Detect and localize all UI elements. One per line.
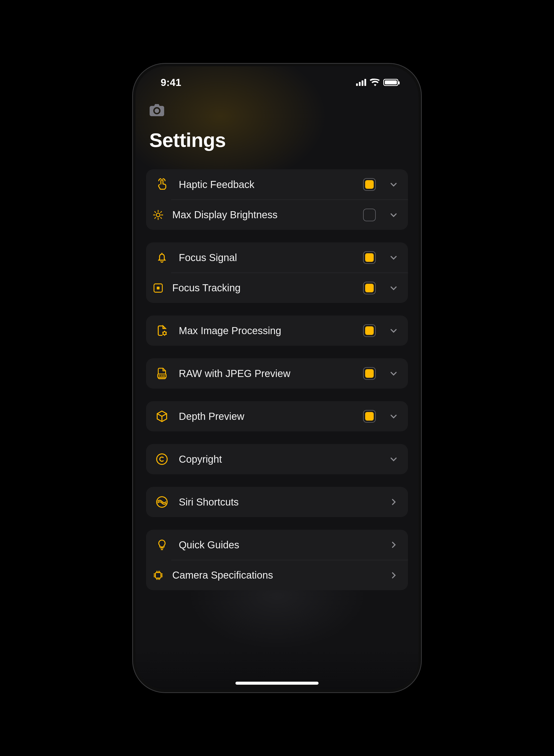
row-max-brightness[interactable]: Max Display Brightness [171,200,408,230]
row-raw-jpeg[interactable]: RAW RAW with JPEG Preview [146,358,408,389]
group-raw: RAW RAW with JPEG Preview [146,358,408,389]
page-title: Settings [149,129,405,152]
bell-icon [153,251,171,264]
chevron-down-icon[interactable] [388,179,399,190]
row-focus-signal[interactable]: Focus Signal [146,242,408,273]
row-label: Max Image Processing [179,325,355,337]
cpu-icon [146,569,165,582]
row-label: Siri Shortcuts [179,496,376,508]
chevron-right-icon[interactable] [388,569,399,581]
raw-file-icon: RAW [153,367,171,380]
chevron-down-icon[interactable] [388,325,399,337]
app-header: Settings [135,94,419,159]
bulb-icon [153,539,171,551]
battery-icon [383,79,398,86]
row-label: Quick Guides [179,539,376,551]
row-siri-shortcuts[interactable]: Siri Shortcuts [146,487,408,517]
chevron-right-icon[interactable] [388,539,399,551]
screen: 9:41 Settings [135,66,419,690]
siri-icon [153,496,171,508]
cellular-icon [356,79,366,86]
status-time: 9:41 [161,77,181,88]
row-haptic-feedback[interactable]: Haptic Feedback [146,169,408,200]
status-bar: 9:41 [135,66,419,94]
cube-icon [153,410,171,422]
home-indicator[interactable] [235,682,319,685]
row-label: Depth Preview [179,411,355,422]
row-copyright[interactable]: Copyright [146,444,408,474]
status-icons [356,79,398,86]
row-quick-guides[interactable]: Quick Guides [146,530,408,560]
sun-icon [146,209,165,221]
row-label: Camera Specifications [172,569,376,581]
group-copyright: Copyright [146,444,408,474]
svg-point-6 [157,454,167,464]
row-focus-tracking[interactable]: Focus Tracking [171,273,408,303]
group-focus: Focus Signal Focus Tra [146,242,408,303]
chevron-down-icon[interactable] [388,209,399,221]
checkbox[interactable] [363,367,376,380]
checkbox[interactable] [363,324,376,337]
chevron-down-icon[interactable] [388,453,399,465]
checkbox[interactable] [363,178,376,191]
camera-icon[interactable] [149,104,164,116]
group-info: Quick Guides Camera Specifications [146,530,408,590]
checkbox[interactable] [363,209,376,221]
row-camera-specs[interactable]: Camera Specifications [171,560,408,590]
row-label: Haptic Feedback [179,179,355,190]
svg-text:RAW: RAW [159,374,165,377]
checkbox[interactable] [363,282,376,294]
svg-rect-2 [157,287,160,289]
phone-frame: 9:41 Settings [132,63,422,693]
touch-icon [153,178,171,191]
group-siri: Siri Shortcuts [146,487,408,517]
row-label: Max Display Brightness [172,209,355,220]
svg-rect-8 [155,572,161,578]
row-label: Focus Tracking [172,282,355,294]
chevron-down-icon[interactable] [388,368,399,379]
checkbox[interactable] [363,410,376,422]
row-depth-preview[interactable]: Depth Preview [146,401,408,432]
row-label: Copyright [179,454,376,465]
group-general: Haptic Feedback Max Di [146,169,408,230]
copyright-icon [153,453,171,465]
settings-list: Haptic Feedback Max Di [135,169,419,590]
file-gear-icon [153,324,171,337]
chevron-down-icon[interactable] [388,252,399,263]
row-label: RAW with JPEG Preview [179,368,355,379]
row-label: Focus Signal [179,252,355,263]
chevron-down-icon[interactable] [388,410,399,422]
stage: 9:41 Settings [0,0,554,756]
wifi-icon [370,79,380,86]
target-square-icon [146,282,165,294]
checkbox[interactable] [363,251,376,264]
chevron-down-icon[interactable] [388,282,399,294]
group-depth: Depth Preview [146,401,408,432]
group-processing: Max Image Processing [146,315,408,346]
svg-point-0 [156,213,160,217]
row-max-processing[interactable]: Max Image Processing [146,315,408,346]
chevron-right-icon[interactable] [388,496,399,508]
